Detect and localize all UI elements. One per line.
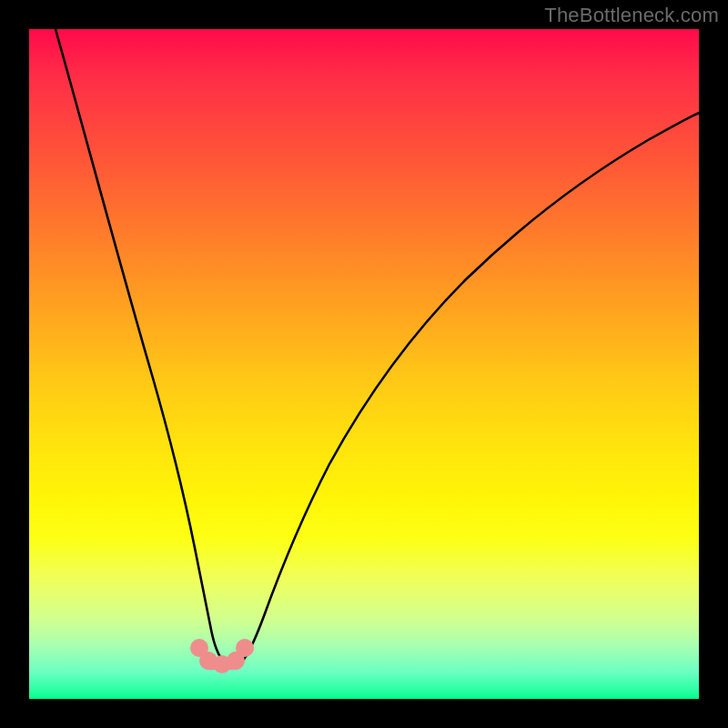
marker-bar bbox=[202, 657, 242, 670]
marker-dot bbox=[236, 639, 254, 657]
marker-group bbox=[190, 639, 254, 673]
watermark-text: TheBottleneck.com bbox=[544, 4, 719, 27]
curve-layer bbox=[29, 29, 699, 699]
chart-frame: TheBottleneck.com bbox=[0, 0, 728, 728]
plot-area bbox=[29, 29, 699, 699]
bottleneck-curve bbox=[56, 29, 699, 666]
